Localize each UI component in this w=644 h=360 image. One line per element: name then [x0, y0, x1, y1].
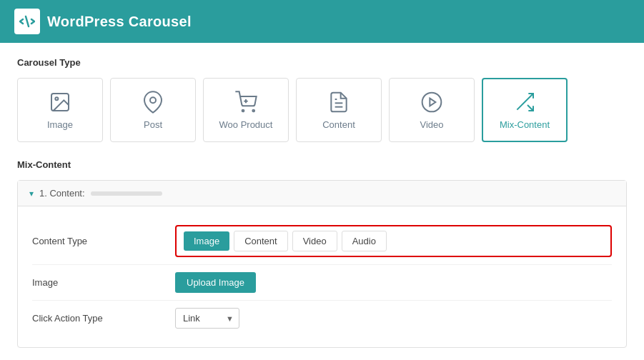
carousel-type-mix[interactable]: Mix-Content [482, 78, 568, 142]
content-type-video-btn[interactable]: Video [292, 231, 337, 251]
click-action-row: Click Action Type Link Lightbox None ▼ [32, 301, 612, 336]
carousel-type-label: Carousel Type [17, 57, 627, 68]
svg-point-10 [422, 92, 442, 111]
carousel-type-post[interactable]: Post [110, 78, 196, 142]
app-header: WordPress Carousel [0, 0, 644, 43]
click-action-label: Click Action Type [32, 313, 175, 324]
svg-marker-11 [430, 98, 435, 106]
content-type-label: Content Type [32, 236, 175, 246]
carousel-type-selector: Image Post Woo Product Content Video [17, 78, 627, 142]
accordion-content: Content Type Image Content Video Audio I… [18, 206, 626, 347]
main-content: Carousel Type Image Post Woo Product Con… [0, 43, 644, 360]
carousel-type-mix-label: Mix-Content [500, 119, 550, 130]
progress-bar [91, 191, 162, 196]
carousel-type-content[interactable]: Content [296, 78, 382, 142]
carousel-type-image-label: Image [47, 119, 73, 130]
carousel-type-woo-label: Woo Product [219, 119, 273, 130]
accordion-header[interactable]: ▾ 1. Content: [18, 181, 626, 206]
svg-point-4 [242, 109, 244, 111]
content-type-row: Content Type Image Content Video Audio [32, 218, 612, 265]
content-type-image-btn[interactable]: Image [184, 231, 229, 251]
click-action-select[interactable]: Link Lightbox None [175, 308, 239, 329]
carousel-type-image[interactable]: Image [17, 78, 103, 142]
svg-point-3 [150, 97, 156, 103]
svg-line-13 [527, 105, 533, 111]
carousel-type-content-label: Content [322, 119, 355, 130]
carousel-type-video-label: Video [420, 119, 443, 130]
header-logo [14, 9, 40, 34]
app-title: WordPress Carousel [47, 14, 192, 30]
content-type-content-btn[interactable]: Content [234, 231, 288, 251]
carousel-type-woo[interactable]: Woo Product [203, 78, 289, 142]
image-label: Image [32, 277, 175, 288]
mix-content-section-label: Mix-Content [17, 159, 627, 170]
mix-content-panel: ▾ 1. Content: Content Type Image Content… [17, 180, 627, 348]
carousel-type-post-label: Post [144, 119, 162, 130]
chevron-down-icon: ▾ [29, 189, 34, 199]
accordion-title: 1. Content: [39, 188, 85, 199]
upload-image-button[interactable]: Upload Image [175, 272, 256, 293]
carousel-type-video[interactable]: Video [389, 78, 475, 142]
content-type-audio-btn[interactable]: Audio [342, 231, 387, 251]
svg-point-5 [252, 109, 254, 111]
content-type-box: Image Content Video Audio [175, 225, 612, 257]
click-action-select-wrapper: Link Lightbox None ▼ [175, 308, 239, 329]
svg-point-2 [55, 97, 58, 100]
svg-line-0 [26, 16, 29, 26]
image-row: Image Upload Image [32, 265, 612, 301]
